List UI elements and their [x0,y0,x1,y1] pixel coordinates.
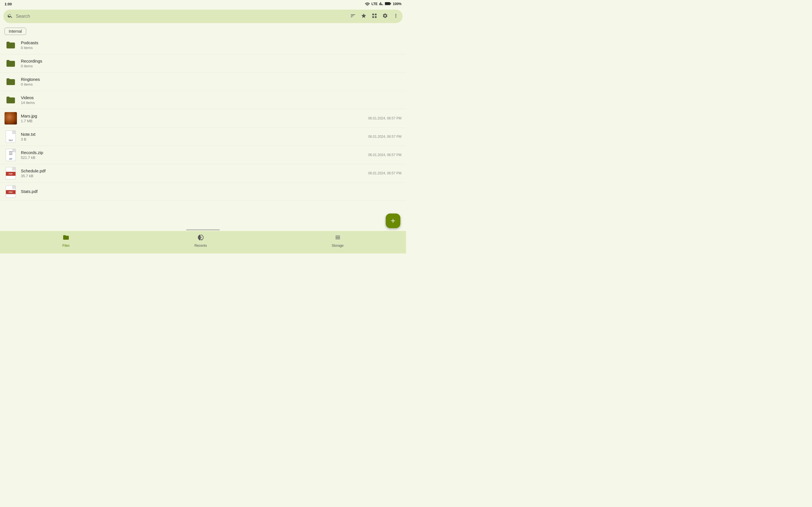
item-info: Note.txt 3 B [21,132,368,142]
item-meta: 1.7 MB [21,119,368,123]
breadcrumb-chip[interactable]: Internal [4,27,26,35]
item-info: Records.zip 521.7 kB [21,150,368,160]
item-name: Recordings [21,59,402,63]
signal-icon [379,2,383,6]
item-date: 06.01.2024, 06:57 PM [368,116,402,120]
bottom-nav: Files Recents Storage [0,231,406,253]
breadcrumb-wrap: Internal [0,25,406,36]
more-icon[interactable] [393,13,399,20]
item-info: Schedule.pdf 35.7 kB [21,168,368,178]
item-meta: 14 items [21,101,402,105]
item-meta: 0 items [21,64,402,68]
wifi-icon [365,2,370,6]
list-item[interactable]: Ringtones 0 items [0,73,406,91]
file-list: Podcasts 0 items Recordings 0 items Ring… [0,36,406,229]
item-name: Note.txt [21,132,368,136]
nav-item-storage[interactable]: Storage [332,234,344,247]
txt-file-icon: TXT [4,130,17,143]
item-name: Ringtones [21,77,402,82]
search-input[interactable]: Search [16,14,347,19]
item-meta: 3 B [21,137,368,142]
storage-nav-icon [335,234,341,242]
item-name: Schedule.pdf [21,168,368,173]
nav-item-recents[interactable]: Recents [195,234,207,247]
item-info: Stats.pdf [21,189,402,194]
star-icon[interactable] [361,13,366,20]
item-date: 06.01.2024, 06:57 PM [368,171,402,175]
status-time: 1:00 [4,2,12,6]
lte-label: LTE [371,2,378,6]
add-icon: + [391,217,395,225]
list-item[interactable]: Mars.jpg 1.7 MB 06.01.2024, 06:57 PM [0,109,406,128]
folder-icon [4,94,17,106]
item-meta: 0 items [21,46,402,50]
list-item[interactable]: TXT Note.txt 3 B 06.01.2024, 06:57 PM [0,128,406,146]
fab-add-button[interactable]: + [386,214,400,228]
svg-rect-2 [385,3,390,5]
list-item[interactable]: Videos 14 items [0,91,406,109]
search-bar[interactable]: Search [3,10,403,23]
item-name: Records.zip [21,150,368,155]
list-item[interactable]: Recordings 0 items [0,54,406,73]
status-icons: LTE 100% [365,2,402,6]
grid-icon[interactable] [371,13,377,20]
battery-icon [385,2,391,6]
folder-icon [4,75,17,88]
nav-label-storage: Storage [332,244,344,247]
battery-percent: 100% [393,2,402,6]
list-item[interactable]: Podcasts 0 items [0,36,406,54]
nav-item-files[interactable]: Files [62,234,69,247]
item-info: Ringtones 0 items [21,77,402,87]
status-bar: 1:00 LTE 100% [0,0,406,8]
nav-label-recents: Recents [195,244,207,247]
item-date: 06.01.2024, 06:57 PM [368,135,402,138]
pdf-file-icon: PDF [4,167,17,179]
item-info: Podcasts 0 items [21,40,402,50]
recents-nav-icon [197,234,204,242]
scroll-indicator [186,229,220,230]
item-meta: 35.7 kB [21,174,368,178]
nav-label-files: Files [62,244,69,247]
folder-icon [4,57,17,69]
sort-icon[interactable] [350,13,356,20]
item-name: Videos [21,95,402,100]
item-info: Recordings 0 items [21,59,402,68]
item-meta: 0 items [21,82,402,87]
toolbar-icons [350,13,399,20]
item-name: Mars.jpg [21,114,368,118]
item-name: Podcasts [21,40,402,45]
zip-file-icon: ZIP [4,149,17,161]
item-meta: 521.7 kB [21,156,368,160]
search-icon [7,13,13,20]
list-item[interactable]: PDF Schedule.pdf 35.7 kB 06.01.2024, 06:… [0,164,406,182]
item-name: Stats.pdf [21,189,402,194]
list-item[interactable]: ZIP Records.zip 521.7 kB 06.01.2024, 06:… [0,146,406,164]
folder-icon [4,39,17,51]
item-info: Mars.jpg 1.7 MB [21,114,368,123]
item-date: 06.01.2024, 06:57 PM [368,153,402,157]
svg-rect-1 [391,3,391,4]
image-thumbnail [4,112,17,124]
settings-icon[interactable] [382,13,388,20]
list-item[interactable]: PDF Stats.pdf [0,182,406,201]
item-info: Videos 14 items [21,95,402,105]
files-nav-icon [63,234,69,242]
pdf-file-icon: PDF [4,185,17,198]
